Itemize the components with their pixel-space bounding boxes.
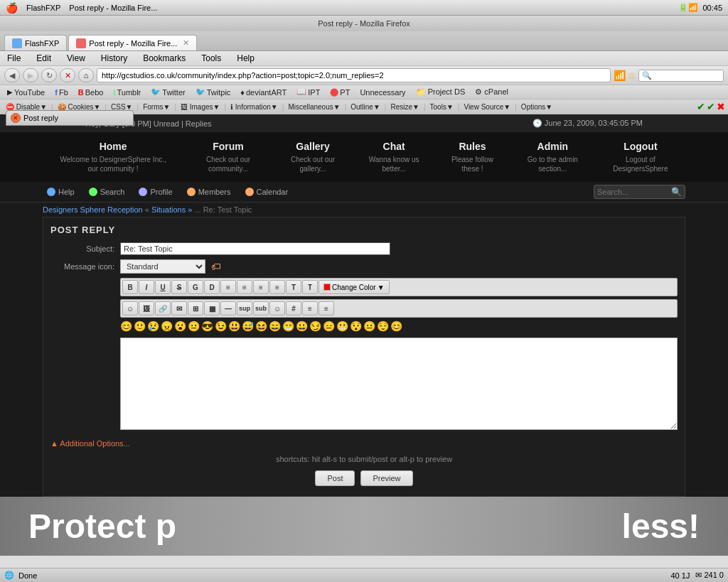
emoji-mad[interactable]: 😠 xyxy=(161,320,173,332)
emoji-smile[interactable]: 🙂 xyxy=(134,320,146,332)
bookmark-twitpic[interactable]: 🐦 Twitpic xyxy=(193,87,234,97)
address-bar[interactable] xyxy=(97,68,611,82)
tab-post-reply[interactable]: Post reply - Mozilla Fire... ✕ xyxy=(68,35,197,50)
nav-forum[interactable]: Forum Check out our community... xyxy=(183,132,273,182)
emoji-big-grin[interactable]: 😄 xyxy=(269,320,281,332)
webdev-misc[interactable]: Miscellaneous▼ xyxy=(285,102,343,112)
emoji-joyful[interactable]: 😁 xyxy=(282,320,294,332)
webdev-outline[interactable]: Outline▼ xyxy=(348,102,383,112)
webdev-information[interactable]: ℹ Information▼ xyxy=(228,102,281,112)
emoji-grimace[interactable]: 😬 xyxy=(336,320,348,332)
webdev-viewsource[interactable]: View Source▼ xyxy=(461,102,513,112)
pre-button[interactable]: T xyxy=(286,280,301,294)
nav-gallery[interactable]: Gallery Check out our gallery... xyxy=(273,132,353,182)
webdev-resize[interactable]: Resize▼ xyxy=(387,102,422,112)
bookmark-youtube[interactable]: ▶ YouTube xyxy=(4,87,48,97)
home-button[interactable]: ⌂ xyxy=(78,68,94,82)
bookmark-tumblr[interactable]: t Tumblr xyxy=(110,87,144,97)
menu-tools[interactable]: Tools xyxy=(198,52,224,65)
emoji-laugh[interactable]: 😃 xyxy=(228,320,240,332)
tab-flashfxp[interactable]: FlashFXP xyxy=(4,35,67,50)
emoji-smirk[interactable]: 😏 xyxy=(309,320,321,332)
bdo-button[interactable]: ☺ xyxy=(269,301,285,316)
post-button[interactable]: Post xyxy=(315,470,355,486)
hash-button[interactable]: # xyxy=(286,301,301,316)
subnav-help[interactable]: Help xyxy=(43,186,79,198)
nav-chat[interactable]: Chat Wanna know us better... xyxy=(353,132,435,182)
menu-file[interactable]: File xyxy=(4,52,23,65)
emoji-sweat[interactable]: 😅 xyxy=(242,320,254,332)
emoji-beam[interactable]: 😀 xyxy=(296,320,308,332)
link-button[interactable]: 🔗 xyxy=(155,301,171,316)
emoji-surprised[interactable]: 😮 xyxy=(174,320,186,332)
superscript-button[interactable]: sup xyxy=(237,301,252,316)
italic-button[interactable]: I xyxy=(139,280,154,294)
table-button[interactable]: ▦ xyxy=(204,301,220,316)
webdev-forms[interactable]: Forms▼ xyxy=(140,102,173,112)
code-button[interactable]: ≡ xyxy=(318,301,334,316)
back-button[interactable]: ◀ xyxy=(4,68,20,82)
menu-history[interactable]: History xyxy=(98,52,130,65)
breadcrumb-link1[interactable]: Designers Sphere Reception xyxy=(43,205,143,214)
webdev-tools[interactable]: Tools▼ xyxy=(427,102,456,112)
subnav-members[interactable]: Members xyxy=(183,186,235,198)
replies-link[interactable]: Replies xyxy=(186,119,212,128)
teletype-button[interactable]: T xyxy=(302,280,318,294)
webdev-images[interactable]: 🖼 Images▼ xyxy=(178,102,223,112)
emoji-grin[interactable]: 😆 xyxy=(255,320,267,332)
emoji-expressionless[interactable]: 😑 xyxy=(323,320,335,332)
bookmark-fb[interactable]: f Fb xyxy=(52,87,71,97)
emoji-sad[interactable]: 😢 xyxy=(147,320,159,332)
bookmark-twitter[interactable]: 🐦 Twitter xyxy=(148,87,188,97)
message-textarea[interactable] xyxy=(120,338,678,430)
unread-link[interactable]: Unread xyxy=(154,119,179,128)
glow-button[interactable]: G xyxy=(188,280,203,294)
smiley-button[interactable]: ☺ xyxy=(122,301,138,316)
emoji-blush[interactable]: 😊 xyxy=(390,320,402,332)
nav-rules[interactable]: Rules Please follow these ! xyxy=(435,132,510,182)
forward-button[interactable]: ▶ xyxy=(23,68,38,82)
bookmark-unnecessary[interactable]: Unnecessary xyxy=(357,87,408,97)
list-button[interactable]: ≡ xyxy=(302,301,318,316)
stop-button[interactable]: ✕ xyxy=(60,68,75,82)
bold-button[interactable]: B xyxy=(122,280,138,294)
emoji-relieved[interactable]: 😌 xyxy=(377,320,389,332)
rss-icon[interactable]: 📶 xyxy=(614,70,626,81)
webdev-options[interactable]: Options▼ xyxy=(518,102,555,112)
emoji-hushed[interactable]: 😯 xyxy=(350,320,362,332)
underline-button[interactable]: U xyxy=(155,280,171,294)
bookmark-pt[interactable]: ⬤ PT xyxy=(327,87,353,97)
post-reply-window-close[interactable]: ✕ xyxy=(11,113,21,123)
additional-options-link[interactable]: ▲ Additional Options... xyxy=(50,439,678,448)
menu-edit[interactable]: Edit xyxy=(33,52,54,65)
search-icon[interactable]: 🔍 xyxy=(671,187,682,197)
subscript-button[interactable]: sub xyxy=(253,301,269,316)
message-icon-select[interactable]: Standard xyxy=(120,259,205,274)
hr-button[interactable]: — xyxy=(220,301,236,316)
site-search-input[interactable] xyxy=(597,188,668,196)
bookmark-star[interactable]: ☆ xyxy=(628,70,636,81)
ftp-button[interactable]: ⊞ xyxy=(188,301,203,316)
nav-admin[interactable]: Admin Go to the admin section... xyxy=(510,132,596,182)
emoji-blank[interactable]: 😐 xyxy=(363,320,375,332)
align-center-button[interactable]: ≡ xyxy=(237,280,252,294)
strikethrough-button[interactable]: S xyxy=(171,280,187,294)
subnav-profile[interactable]: Profile xyxy=(134,186,176,198)
email-button[interactable]: ✉ xyxy=(171,301,187,316)
shadow-button[interactable]: D xyxy=(204,280,220,294)
align-right-button[interactable]: ≡ xyxy=(253,280,269,294)
image-button[interactable]: 🖼 xyxy=(139,301,154,316)
emoji-neutral[interactable]: 😐 xyxy=(188,320,200,332)
bookmark-projectds[interactable]: 📁 Project DS xyxy=(413,87,469,97)
subnav-search[interactable]: Search xyxy=(85,186,129,198)
bookmark-deviantart[interactable]: ♦ deviantART xyxy=(237,87,289,97)
emoji-wink[interactable]: 😉 xyxy=(215,320,227,332)
tab-close-btn[interactable]: ✕ xyxy=(183,38,189,48)
align-justify-button[interactable]: ≡ xyxy=(269,280,285,294)
nav-logout[interactable]: Logout Logout of DesignersSphere xyxy=(596,132,685,182)
subnav-calendar[interactable]: Calendar xyxy=(241,186,293,198)
menu-help[interactable]: Help xyxy=(234,52,257,65)
bookmark-cpanel[interactable]: ⚙ cPanel xyxy=(472,87,511,97)
bookmark-ipt[interactable]: 📖 IPT xyxy=(294,87,323,97)
change-color-button[interactable]: Change Color ▼ xyxy=(318,280,390,294)
